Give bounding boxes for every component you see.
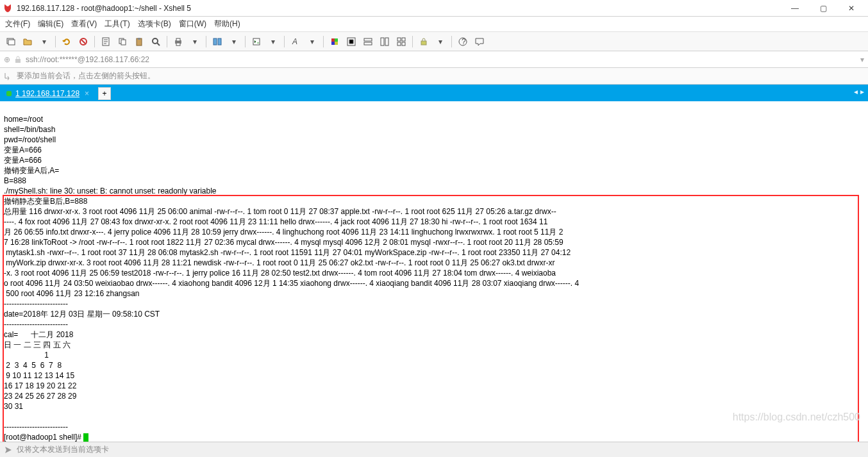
svg-rect-14 <box>253 38 260 45</box>
maximize-button[interactable]: ▢ <box>809 1 837 16</box>
chat-icon[interactable] <box>472 35 487 49</box>
svg-rect-27 <box>397 42 401 46</box>
terminal-output: home=/root shell=/bin/bash pwd=/root/she… <box>4 114 864 432</box>
svg-point-8 <box>153 38 158 44</box>
arrow-add-icon[interactable] <box>4 72 13 81</box>
menu-edit[interactable]: 编辑(E) <box>38 19 63 29</box>
toolbar: ▾ ▾ ▾ ▾ A ▾ ▾ ? <box>0 32 868 51</box>
session-tab[interactable]: 1 192.168.117.128 × <box>3 86 96 101</box>
svg-rect-25 <box>397 38 401 41</box>
svg-text:A: A <box>292 37 297 46</box>
svg-rect-26 <box>402 38 405 41</box>
svg-rect-11 <box>176 43 180 46</box>
status-text: 仅将文本发送到当前选项卡 <box>17 444 109 455</box>
menu-window[interactable]: 窗口(W) <box>179 19 206 29</box>
fullscreen-icon[interactable] <box>344 35 358 49</box>
address-text[interactable]: ssh://root:******@192.168.117.66:22 <box>26 55 856 64</box>
add-tab-button[interactable]: + <box>98 87 111 100</box>
svg-rect-13 <box>218 38 221 45</box>
addr-dropdown-icon[interactable]: ▾ <box>860 55 864 64</box>
cursor <box>83 433 88 442</box>
svg-rect-10 <box>176 38 180 41</box>
dropdown-icon[interactable]: ▾ <box>305 35 319 49</box>
tile-horizontal-icon[interactable] <box>361 35 375 49</box>
menu-file[interactable]: 文件(F) <box>5 19 30 29</box>
lock-icon[interactable] <box>417 35 431 49</box>
close-tab-icon[interactable]: × <box>85 89 89 98</box>
terminal-area[interactable]: home=/root shell=/bin/bash pwd=/root/she… <box>0 101 868 442</box>
dropdown-icon[interactable]: ▾ <box>227 35 241 49</box>
svg-rect-7 <box>138 38 140 40</box>
svg-rect-32 <box>15 59 21 63</box>
separator <box>167 36 167 47</box>
addr-plus-icon[interactable]: ⊕ <box>4 55 10 64</box>
svg-rect-17 <box>335 38 338 42</box>
svg-text:?: ? <box>462 37 466 46</box>
status-bar: 仅将文本发送到当前选项卡 <box>0 442 868 457</box>
dropdown-icon[interactable]: ▾ <box>433 35 447 49</box>
svg-rect-29 <box>421 41 426 45</box>
copy-icon[interactable] <box>115 35 129 49</box>
watermark-text: https://blog.csdn.net/czh500 <box>733 412 860 422</box>
svg-rect-19 <box>335 42 338 45</box>
svg-rect-21 <box>364 38 372 41</box>
address-bar: ⊕ ssh://root:******@192.168.117.66:22 ▾ <box>0 51 868 68</box>
svg-rect-28 <box>402 42 405 46</box>
transfer-icon[interactable] <box>210 35 224 49</box>
titlebar: 192.168.117.128 - root@hadoop1:~/shell -… <box>0 0 868 17</box>
minimize-button[interactable]: ― <box>781 1 809 16</box>
color-icon[interactable] <box>328 35 342 49</box>
separator <box>284 36 285 47</box>
separator <box>206 36 206 47</box>
menu-view[interactable]: 查看(V) <box>71 19 97 29</box>
session-tabstrip: 1 192.168.117.128 × + ◂ ▸ <box>0 85 868 101</box>
svg-rect-1 <box>8 40 15 45</box>
tip-bar: 要添加当前会话，点击左侧的箭头按钮。 <box>0 68 868 85</box>
dropdown-icon[interactable]: ▾ <box>188 35 202 49</box>
paste-icon[interactable] <box>132 35 146 49</box>
svg-rect-22 <box>364 42 372 45</box>
dropdown-icon[interactable]: ▾ <box>37 35 51 49</box>
separator <box>451 36 452 47</box>
script-icon[interactable] <box>249 35 263 49</box>
window-title: 192.168.117.128 - root@hadoop1:~/shell -… <box>17 4 781 13</box>
open-session-icon[interactable] <box>21 35 35 49</box>
print-icon[interactable] <box>171 35 185 49</box>
close-button[interactable]: ✕ <box>837 1 865 16</box>
tab-prev-icon[interactable]: ◂ <box>854 87 858 96</box>
lock-icon <box>14 56 22 63</box>
menu-tools[interactable]: 工具(T) <box>104 19 129 29</box>
menu-help[interactable]: 帮助(H) <box>214 19 240 29</box>
svg-rect-18 <box>331 42 335 45</box>
properties-icon[interactable] <box>99 35 113 49</box>
svg-rect-5 <box>121 40 126 45</box>
svg-rect-12 <box>213 38 217 45</box>
svg-rect-23 <box>381 38 384 46</box>
dropdown-icon[interactable]: ▾ <box>266 35 280 49</box>
help-icon[interactable]: ? <box>456 35 470 49</box>
new-session-icon[interactable] <box>4 35 18 49</box>
tile-grid-icon[interactable] <box>394 35 408 49</box>
menubar: 文件(F) 编辑(E) 查看(V) 工具(T) 选项卡(B) 窗口(W) 帮助(… <box>0 17 868 32</box>
menu-tabs[interactable]: 选项卡(B) <box>138 19 171 29</box>
shell-prompt: [root@hadoop1 shell]# <box>4 433 83 442</box>
tip-text: 要添加当前会话，点击左侧的箭头按钮。 <box>17 71 155 81</box>
svg-rect-16 <box>331 38 335 42</box>
tab-next-icon[interactable]: ▸ <box>860 87 864 96</box>
separator <box>245 36 246 47</box>
separator <box>94 36 95 47</box>
status-dot-icon <box>6 91 12 96</box>
separator <box>323 36 324 47</box>
send-icon <box>4 445 13 454</box>
separator <box>412 36 413 47</box>
separator <box>55 36 56 47</box>
tile-vertical-icon[interactable] <box>378 35 392 49</box>
svg-rect-24 <box>385 38 388 46</box>
app-icon <box>3 3 13 13</box>
session-tab-label: 1 192.168.117.128 <box>15 89 79 98</box>
font-icon[interactable]: A <box>288 35 303 49</box>
disconnect-icon[interactable] <box>76 35 90 49</box>
reconnect-icon[interactable] <box>60 35 74 49</box>
find-icon[interactable] <box>149 35 163 49</box>
